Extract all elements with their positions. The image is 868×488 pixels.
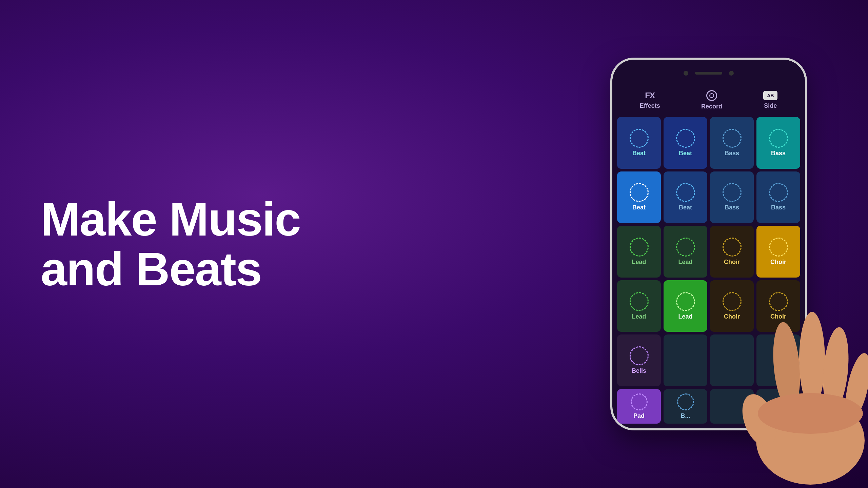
pad-circle-r3c4 xyxy=(769,238,788,257)
phone-frame: FX Effects Record AB Side BeatBeatBassBa… xyxy=(610,58,807,430)
pad-label-r1c3: Bass xyxy=(725,150,739,157)
pad-label-r4c4: Choir xyxy=(770,313,786,320)
pad-r1c3[interactable]: Bass xyxy=(710,117,754,169)
partial-circle-c1 xyxy=(631,393,648,410)
right-section: FX Effects Record AB Side BeatBeatBassBa… xyxy=(563,0,868,488)
speaker-bar xyxy=(695,72,722,75)
pad-circle-r2c1 xyxy=(630,183,649,202)
side-button[interactable]: AB Side xyxy=(763,91,777,109)
pad-circle-r4c3 xyxy=(723,292,742,311)
pad-r1c2[interactable]: Beat xyxy=(664,117,707,169)
pad-r5c3[interactable] xyxy=(710,334,754,386)
pad-partial-c2[interactable]: B... xyxy=(664,389,707,424)
pad-r4c4[interactable]: Choir xyxy=(756,280,800,332)
pad-label-r1c2: Beat xyxy=(679,150,692,157)
pad-label-r3c3: Choir xyxy=(724,259,740,266)
pad-r2c2[interactable]: Beat xyxy=(664,171,707,223)
pad-circle-r1c4 xyxy=(769,129,788,148)
camera-dot xyxy=(684,71,688,76)
pad-label-r4c1: Lead xyxy=(632,313,646,320)
effects-label: Effects xyxy=(640,102,660,109)
pad-circle-r4c4 xyxy=(769,292,788,311)
pad-circle-r3c1 xyxy=(630,238,649,257)
pad-label-r2c1: Beat xyxy=(632,204,646,211)
pad-circle-r1c1 xyxy=(630,129,649,148)
pad-r3c2[interactable]: Lead xyxy=(664,226,707,278)
record-inner xyxy=(709,93,714,98)
pad-circle-r3c2 xyxy=(676,238,695,257)
pad-r4c1[interactable]: Lead xyxy=(617,280,661,332)
pad-label-r3c1: Lead xyxy=(632,259,646,266)
fx-icon: FX xyxy=(645,91,655,100)
phone-inner: FX Effects Record AB Side BeatBeatBassBa… xyxy=(612,60,805,428)
pad-label-r3c4: Choir xyxy=(770,259,786,266)
pad-partial-c1[interactable]: Pad xyxy=(617,389,661,424)
headline: Make Music and Beats xyxy=(41,194,300,294)
pad-label-r2c4: Bass xyxy=(771,204,786,211)
pad-r2c1[interactable]: Beat xyxy=(617,171,661,223)
toolbar: FX Effects Record AB Side xyxy=(612,87,805,116)
pad-r4c2[interactable]: Lead xyxy=(664,280,707,332)
pad-circle-r3c3 xyxy=(723,238,742,257)
pad-grid: BeatBeatBassBassBeatBeatBassBassLeadLead… xyxy=(612,116,805,388)
left-section: Make Music and Beats xyxy=(0,194,563,294)
pad-circle-r1c2 xyxy=(676,129,695,148)
record-label: Record xyxy=(701,103,722,110)
pad-circle-r5c1 xyxy=(630,346,649,365)
pad-label-r2c3: Bass xyxy=(725,204,739,211)
pad-r3c4[interactable]: Choir xyxy=(756,226,800,278)
pad-r3c1[interactable]: Lead xyxy=(617,226,661,278)
pad-r5c4[interactable] xyxy=(756,334,800,386)
pad-r5c2[interactable] xyxy=(664,334,707,386)
record-icon xyxy=(706,90,717,101)
pad-label-r4c3: Choir xyxy=(724,313,740,320)
pad-circle-r2c4 xyxy=(769,183,788,202)
svg-point-4 xyxy=(820,326,852,412)
pad-label-r1c4: Bass xyxy=(771,150,786,157)
pad-circle-r4c2 xyxy=(676,292,695,311)
pad-r1c1[interactable]: Beat xyxy=(617,117,661,169)
pad-r2c3[interactable]: Bass xyxy=(710,171,754,223)
pad-r2c4[interactable]: Bass xyxy=(756,171,800,223)
pad-circle-r2c3 xyxy=(723,183,742,202)
side-label: Side xyxy=(764,102,777,109)
partial-row: PadB... xyxy=(612,388,805,428)
pad-r1c4[interactable]: Bass xyxy=(756,117,800,169)
pad-label-r2c2: Beat xyxy=(679,204,692,211)
effects-button[interactable]: FX Effects xyxy=(640,91,660,109)
pad-r5c1[interactable]: Bells xyxy=(617,334,661,386)
ab-icon: AB xyxy=(763,91,777,100)
partial-label-c1: Pad xyxy=(633,412,645,420)
record-button[interactable]: Record xyxy=(701,90,722,110)
headline-line1: Make Music xyxy=(41,192,300,246)
headline-line2: and Beats xyxy=(41,242,261,296)
pad-circle-r2c2 xyxy=(676,183,695,202)
pad-label-r5c1: Bells xyxy=(632,367,646,374)
pad-r4c3[interactable]: Choir xyxy=(710,280,754,332)
partial-label-c2: B... xyxy=(680,412,690,420)
svg-point-5 xyxy=(841,351,868,422)
phone-top xyxy=(612,60,805,87)
pad-label-r3c2: Lead xyxy=(678,259,692,266)
pad-label-r4c2: Lead xyxy=(678,313,692,320)
pad-partial-c4[interactable] xyxy=(756,389,800,424)
pad-r3c3[interactable]: Choir xyxy=(710,226,754,278)
pad-circle-r4c1 xyxy=(630,292,649,311)
pad-circle-r1c3 xyxy=(723,129,742,148)
camera-dot-right xyxy=(729,71,734,76)
pad-label-r1c1: Beat xyxy=(632,150,646,157)
partial-circle-c2 xyxy=(677,393,694,410)
pad-partial-c3[interactable] xyxy=(710,389,754,424)
